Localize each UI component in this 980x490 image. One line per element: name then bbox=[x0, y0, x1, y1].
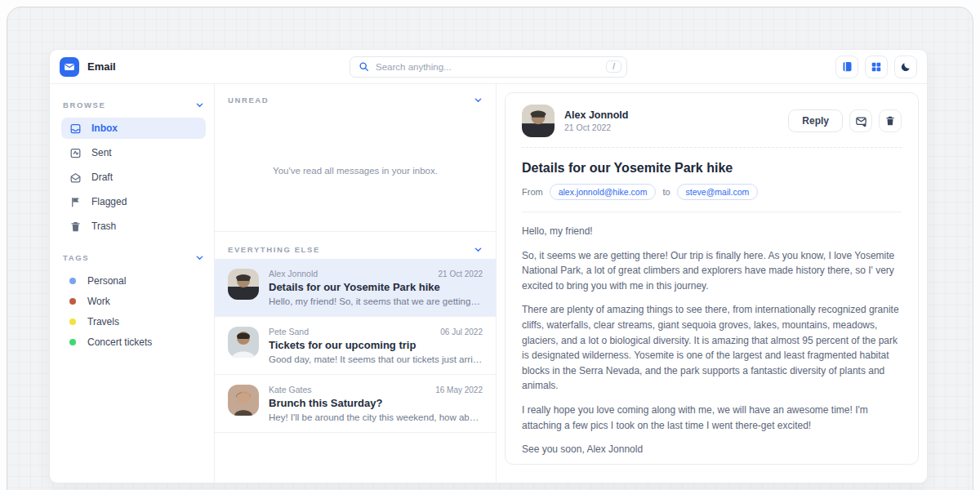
email-subject: Tickets for our upcoming trip bbox=[269, 339, 483, 351]
flag-icon bbox=[69, 196, 82, 208]
email-item-content: Kate Gates 16 May 2022 Brunch this Satur… bbox=[269, 385, 483, 422]
from-label: From bbox=[522, 187, 543, 197]
search-input[interactable] bbox=[376, 62, 599, 72]
detail-actions: Reply bbox=[788, 109, 902, 132]
email-list-item[interactable]: Alex Jonnold 21 Oct 2022 Details for our… bbox=[215, 259, 496, 317]
tag-item-work[interactable]: Work bbox=[61, 291, 206, 311]
chevron-down-icon[interactable] bbox=[474, 245, 483, 254]
trash-icon bbox=[69, 220, 82, 233]
book-icon bbox=[841, 60, 853, 73]
tag-color-dot bbox=[69, 339, 76, 345]
brand: Email bbox=[60, 57, 272, 77]
apps-grid-button[interactable] bbox=[865, 56, 888, 78]
screen: Email / bbox=[0, 0, 980, 490]
tag-color-dot bbox=[69, 318, 76, 325]
app-title: Email bbox=[87, 60, 116, 73]
reply-button[interactable]: Reply bbox=[788, 109, 843, 132]
draft-icon bbox=[69, 172, 82, 184]
email-app-window: Email / bbox=[49, 49, 928, 483]
email-body: Hello, my friend! So, it seems we are ge… bbox=[522, 212, 902, 457]
avatar bbox=[228, 327, 259, 358]
email-preview: Good day, mate! It seems that our ticket… bbox=[269, 354, 483, 364]
everything-else-section-header[interactable]: EVERYTHING ELSE bbox=[215, 232, 496, 254]
tags-section-header[interactable]: TAGS bbox=[63, 253, 204, 262]
sidebar-item-label: Flagged bbox=[91, 196, 127, 207]
tag-label: Work bbox=[87, 296, 110, 307]
email-detail-card: Alex Jonnold 21 Oct 2022 Reply bbox=[505, 92, 919, 465]
delete-button[interactable] bbox=[879, 109, 902, 132]
sent-icon bbox=[69, 147, 82, 159]
tag-label: Concert tickets bbox=[87, 336, 152, 348]
tag-item-concert-tickets[interactable]: Concert tickets bbox=[61, 332, 206, 352]
sidebar-item-flagged[interactable]: Flagged bbox=[61, 191, 206, 212]
detail-sender-name: Alex Jonnold bbox=[564, 109, 778, 121]
sidebar-item-label: Sent bbox=[91, 147, 112, 158]
chevron-down-icon[interactable] bbox=[195, 100, 204, 109]
sidebar-item-draft[interactable]: Draft bbox=[61, 167, 206, 188]
browse-section-header[interactable]: BROWSE bbox=[63, 100, 204, 109]
body-paragraph: There are plenty of amazing things to se… bbox=[522, 302, 902, 394]
moon-icon bbox=[900, 61, 911, 73]
tag-item-travels[interactable]: Travels bbox=[61, 311, 206, 332]
email-sender: Pete Sand bbox=[269, 327, 309, 336]
email-item-content: Pete Sand 06 Jul 2022 Tickets for our up… bbox=[269, 327, 483, 364]
to-address-pill[interactable]: steve@mail.com bbox=[677, 184, 759, 200]
body-paragraph: I really hope you love coming along with… bbox=[522, 403, 902, 433]
sidebar-item-inbox[interactable]: Inbox bbox=[61, 118, 206, 139]
detail-subject: Details for our Yosemite Park hike bbox=[522, 161, 902, 176]
email-date: 06 Jul 2022 bbox=[440, 327, 483, 336]
avatar bbox=[228, 269, 259, 300]
email-subject: Details for our Yosemite Park hike bbox=[269, 281, 483, 293]
email-logo-icon bbox=[60, 57, 79, 77]
email-sender: Alex Jonnold bbox=[269, 269, 318, 278]
email-item-content: Alex Jonnold 21 Oct 2022 Details for our… bbox=[269, 269, 483, 306]
avatar bbox=[522, 105, 555, 137]
search-icon bbox=[359, 61, 369, 72]
unread-section-header[interactable]: UNREAD bbox=[215, 84, 496, 105]
tag-label: Travels bbox=[87, 316, 119, 327]
sidebar-item-sent[interactable]: Sent bbox=[61, 142, 206, 163]
email-list-item[interactable]: Kate Gates 16 May 2022 Brunch this Satur… bbox=[215, 375, 496, 433]
sidebar-item-label: Draft bbox=[91, 172, 113, 183]
avatar bbox=[228, 385, 259, 416]
browse-label: BROWSE bbox=[63, 100, 105, 109]
search-box[interactable]: / bbox=[350, 56, 627, 78]
unread-empty-message: You've read all messages in your inbox. bbox=[273, 166, 438, 176]
sidebar-item-label: Trash bbox=[91, 220, 116, 232]
sidebar-item-trash[interactable]: Trash bbox=[61, 216, 206, 237]
detail-header: Alex Jonnold 21 Oct 2022 Reply bbox=[522, 105, 902, 148]
topbar: Email / bbox=[50, 50, 927, 84]
from-to-row: From alex.jonnold@hike.com to steve@mail… bbox=[522, 184, 902, 212]
envelope-forward-icon bbox=[855, 115, 867, 127]
tag-item-personal[interactable]: Personal bbox=[61, 270, 206, 291]
tag-label: Personal bbox=[87, 275, 126, 287]
to-label: to bbox=[662, 187, 670, 197]
unread-empty-state: You've read all messages in your inbox. bbox=[215, 109, 496, 232]
chevron-down-icon[interactable] bbox=[474, 96, 483, 105]
tags-label: TAGS bbox=[63, 253, 89, 262]
unread-label: UNREAD bbox=[228, 96, 269, 105]
tag-color-dot bbox=[69, 298, 76, 305]
email-date: 21 Oct 2022 bbox=[439, 270, 483, 278]
body-paragraph: So, it seems we are getting there! Our t… bbox=[522, 248, 902, 294]
from-address-pill[interactable]: alex.jonnold@hike.com bbox=[550, 184, 657, 200]
forward-button[interactable] bbox=[849, 109, 872, 132]
chevron-down-icon[interactable] bbox=[195, 253, 204, 262]
sidebar: BROWSE Inbox Sent bbox=[50, 84, 215, 483]
detail-pane: Alex Jonnold 21 Oct 2022 Reply bbox=[497, 84, 927, 483]
everything-else-label: EVERYTHING ELSE bbox=[228, 245, 320, 254]
message-list: UNREAD You've read all messages in your … bbox=[215, 84, 497, 483]
main-content: BROWSE Inbox Sent bbox=[50, 84, 927, 483]
email-preview: Hello, my friend! So, it seems that we a… bbox=[269, 296, 483, 306]
detail-sender-block: Alex Jonnold 21 Oct 2022 bbox=[564, 109, 778, 132]
email-date: 16 May 2022 bbox=[435, 385, 483, 394]
grid-icon bbox=[871, 61, 882, 73]
email-sender: Kate Gates bbox=[269, 385, 312, 394]
search-area: / bbox=[272, 56, 705, 78]
email-list-item[interactable]: Pete Sand 06 Jul 2022 Tickets for our up… bbox=[215, 317, 496, 375]
library-button[interactable] bbox=[835, 56, 858, 78]
body-paragraph: Hello, my friend! bbox=[522, 224, 902, 239]
email-subject: Brunch this Saturday? bbox=[269, 397, 483, 409]
dark-mode-button[interactable] bbox=[894, 56, 917, 78]
detail-date: 21 Oct 2022 bbox=[564, 122, 778, 132]
